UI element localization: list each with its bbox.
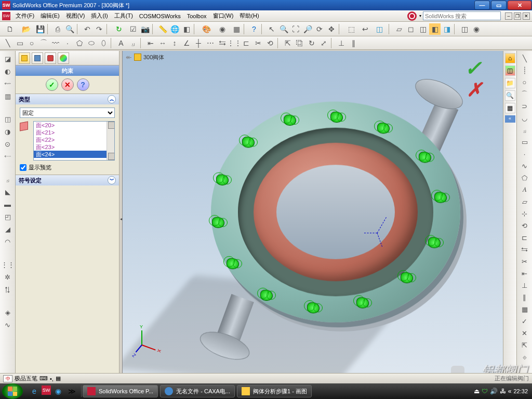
undo-button[interactable]: ↶: [82, 23, 93, 35]
bolt-constraint-icon[interactable]: [216, 175, 231, 188]
ime-punct-icon[interactable]: •,: [50, 376, 54, 382]
ime-indicator-icon[interactable]: 中: [3, 375, 12, 382]
sketch-line-icon[interactable]: ╲: [2, 37, 14, 49]
bolt-constraint-icon[interactable]: [307, 302, 322, 315]
wireframe-button[interactable]: ▱: [393, 23, 405, 35]
minimize-button[interactable]: —: [474, 1, 490, 10]
menu-cosmos[interactable]: COSMOSWorks: [136, 12, 184, 20]
taskbar-item[interactable]: 无名文件 - CAXA电...: [160, 385, 235, 397]
bolt-constraint-icon[interactable]: [227, 258, 241, 271]
prev-view-button[interactable]: ↩: [360, 23, 371, 35]
text-icon[interactable]: 𝐴: [519, 184, 530, 195]
preview-checkbox[interactable]: [20, 164, 26, 171]
new-button[interactable]: 🗋: [2, 23, 18, 35]
menu-toolbox[interactable]: Toolbox: [184, 12, 210, 20]
curves-icon[interactable]: ∿: [2, 319, 14, 330]
taskpane-expand-icon[interactable]: «: [505, 115, 515, 123]
menu-window[interactable]: 窗口(W): [210, 11, 237, 21]
dim-vert-icon[interactable]: ↕: [169, 37, 180, 49]
tray-network-icon[interactable]: 🖧: [500, 388, 506, 395]
menu-help[interactable]: 帮助(H): [236, 11, 262, 21]
scale-icon[interactable]: ⤢: [318, 37, 329, 49]
back-icon[interactable]: ↞: [126, 53, 132, 61]
fillet-icon[interactable]: ⟓: [2, 174, 14, 185]
centerline-tool-icon[interactable]: ┊: [519, 65, 530, 75]
pm-tab-render[interactable]: [58, 52, 69, 64]
dim-ang-icon[interactable]: ∠: [181, 37, 192, 49]
edit-color-button[interactable]: 🎨: [198, 23, 214, 35]
pm-tab-feature[interactable]: [19, 52, 30, 64]
ql-sw-icon[interactable]: SW: [42, 385, 51, 395]
bolt-constraint-icon[interactable]: [330, 112, 345, 125]
pan-button[interactable]: ✥: [326, 23, 337, 35]
construct-icon[interactable]: ⋯: [205, 37, 216, 49]
ql-ie-icon[interactable]: e: [28, 385, 41, 397]
taskpane-home-icon[interactable]: ⌂: [505, 53, 515, 63]
section-view-button[interactable]: ◫: [459, 23, 470, 35]
sketch-text-icon[interactable]: A: [115, 37, 127, 49]
rect-icon[interactable]: ▭: [519, 137, 530, 147]
copy-icon[interactable]: ⿻: [294, 37, 305, 49]
dim-horiz-icon[interactable]: ↔: [157, 37, 168, 49]
dim-icon[interactable]: ⇤: [145, 37, 156, 49]
sketch-slot-icon[interactable]: ⬭: [86, 37, 97, 49]
dome-icon[interactable]: ◠: [2, 236, 14, 247]
fillet-sk-icon[interactable]: ⟓: [519, 125, 530, 135]
polygon-icon[interactable]: ⬠: [519, 172, 530, 183]
menu-edit[interactable]: 编辑(E): [37, 11, 63, 21]
3d-button[interactable]: ◧: [181, 23, 192, 35]
extrude-cut-icon[interactable]: ◫: [2, 113, 14, 125]
sketch-spline-icon[interactable]: 〰: [50, 37, 61, 49]
bolt-constraint-icon[interactable]: [377, 123, 392, 136]
relation-icon[interactable]: ∥: [348, 37, 359, 49]
list-item-selected[interactable]: 面<24>: [34, 151, 114, 158]
shaded-edges-button[interactable]: ◧: [429, 23, 441, 35]
mirror-icon[interactable]: ⮀: [217, 37, 228, 49]
ime-soft-kb-icon[interactable]: ▦: [56, 375, 61, 382]
offset-ent-icon[interactable]: ⊏: [519, 232, 530, 243]
bolt-constraint-icon[interactable]: [356, 297, 371, 310]
rebuild-button[interactable]: ↻: [111, 23, 127, 35]
child-close-button[interactable]: ✕: [523, 12, 530, 20]
bolt-constraint-icon[interactable]: [401, 272, 415, 285]
3pt-arc-icon[interactable]: ◡: [519, 113, 530, 123]
sketch-point-icon[interactable]: ·: [62, 37, 73, 49]
move-sk-icon[interactable]: ⇱: [519, 340, 530, 350]
search-input[interactable]: [423, 11, 501, 20]
taskpane-library-icon[interactable]: 📁: [505, 78, 515, 88]
linear-pattern-icon[interactable]: ⋮⋮: [2, 259, 14, 270]
draft-icon[interactable]: ◢: [2, 223, 14, 235]
select-button[interactable]: ↖: [266, 23, 277, 35]
web-button[interactable]: 🌐: [169, 23, 180, 35]
sweep-icon[interactable]: ⬳: [2, 78, 14, 89]
start-button[interactable]: [2, 383, 23, 399]
point-tool-icon[interactable]: ·: [519, 149, 530, 159]
display-style-button[interactable]: ◫: [371, 23, 387, 35]
maximize-button[interactable]: ▭: [491, 1, 507, 10]
pm-help-button[interactable]: ?: [77, 78, 89, 91]
tray-volume-icon[interactable]: 🔊: [490, 388, 498, 395]
pm-section-type[interactable]: 类型 ︽: [16, 94, 119, 104]
spline-tool-icon[interactable]: ∿: [519, 161, 530, 171]
child-restore-button[interactable]: ❐: [514, 12, 521, 20]
zoom-area-button[interactable]: ⛶: [290, 23, 301, 35]
close-button[interactable]: ✕: [508, 1, 531, 10]
bolt-constraint-icon[interactable]: [260, 290, 275, 303]
mirror-ent-icon[interactable]: ⮀: [519, 244, 530, 255]
clock[interactable]: 22:32: [513, 388, 528, 394]
real-view-button[interactable]: ◉: [471, 23, 482, 35]
print-button[interactable]: ⎙: [52, 23, 63, 35]
tray-more-icon[interactable]: «: [508, 388, 512, 395]
flyout-tree[interactable]: ↞ 300阀体: [126, 53, 164, 61]
tangent-arc-icon[interactable]: ⊃: [519, 101, 530, 111]
close-sk-icon[interactable]: ✕: [519, 328, 530, 338]
face-selection-list[interactable]: 面<20> 面<21> 面<22> 面<23> 面<24>: [33, 121, 115, 161]
ql-browser-icon[interactable]: ◉: [52, 385, 64, 397]
pattern-icon[interactable]: ⋮⋮: [229, 37, 240, 49]
revolve-cut-icon[interactable]: ◑: [2, 126, 14, 137]
arc-tool-icon[interactable]: ⌒: [519, 89, 530, 99]
ruler-button[interactable]: 📏: [157, 23, 168, 35]
menu-insert[interactable]: 插入(I): [88, 11, 111, 21]
revolve-boss-icon[interactable]: ◐: [2, 65, 14, 77]
hidden-removed-button[interactable]: ◫: [417, 23, 429, 35]
